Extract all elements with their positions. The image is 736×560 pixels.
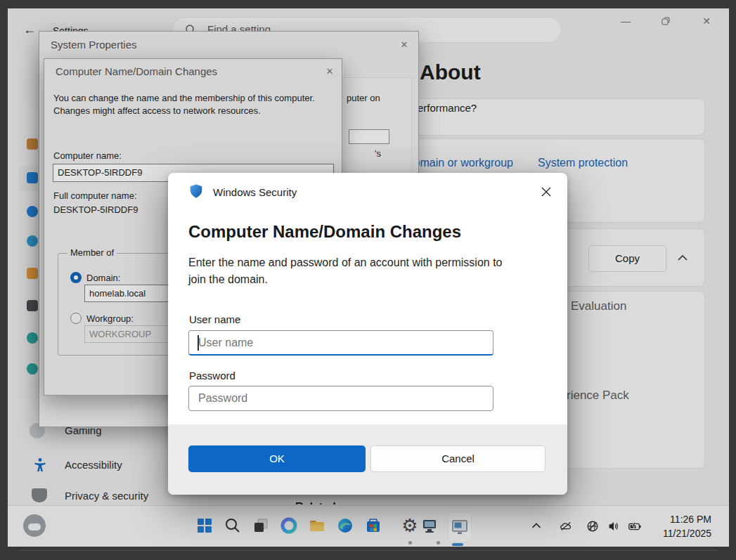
winsec-body: Enter the name and password of an accoun…: [188, 254, 513, 288]
frame-line: [20, 550, 717, 551]
password-input[interactable]: [188, 386, 493, 411]
winsec-close-icon[interactable]: [541, 186, 552, 197]
password-label: Password: [189, 370, 235, 382]
cancel-button[interactable]: Cancel: [370, 445, 545, 472]
text-caret: [198, 335, 199, 351]
winsec-heading: Computer Name/Domain Changes: [188, 222, 461, 242]
username-input[interactable]: [188, 330, 493, 356]
windows-security-shield-icon: [188, 183, 204, 199]
ok-button[interactable]: OK: [188, 445, 366, 472]
winsec-app-name: Windows Security: [213, 186, 297, 198]
username-label: User name: [189, 313, 240, 325]
desktop-screen: ← Settings Find a setting — ✕ Gaming Acc…: [8, 8, 729, 547]
windows-security-dialog: Windows Security Computer Name/Domain Ch…: [168, 173, 567, 495]
